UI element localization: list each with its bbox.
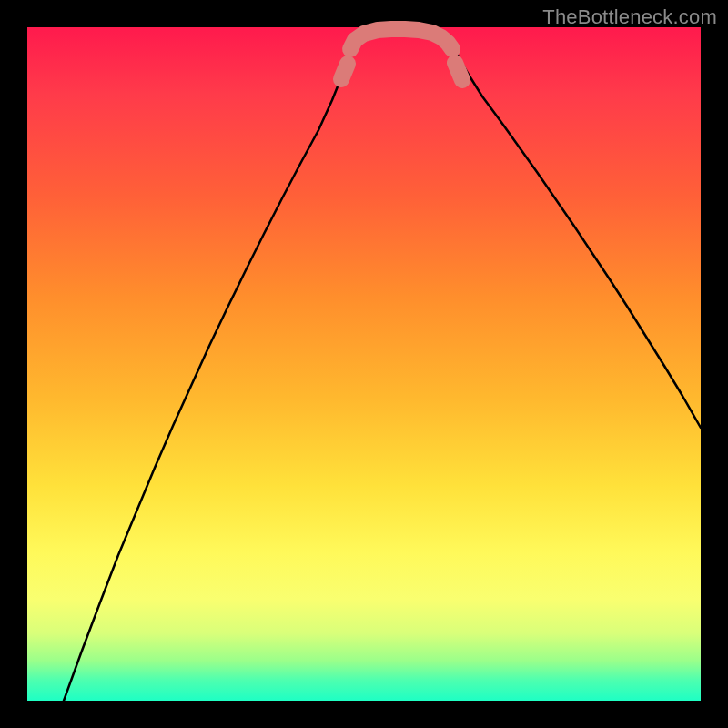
series-dash-upper-right — [455, 63, 462, 80]
series-curve-left — [64, 37, 353, 701]
outer-frame: TheBottleneck.com — [0, 0, 728, 728]
series-dash-upper-left — [341, 64, 348, 79]
series-curve-right — [450, 37, 701, 428]
chart-svg — [27, 27, 701, 701]
chart-series-group — [64, 29, 701, 701]
chart-plot-area — [27, 27, 701, 701]
watermark-label: TheBottleneck.com — [542, 5, 717, 29]
series-bottom-rounded-segment — [350, 29, 452, 49]
